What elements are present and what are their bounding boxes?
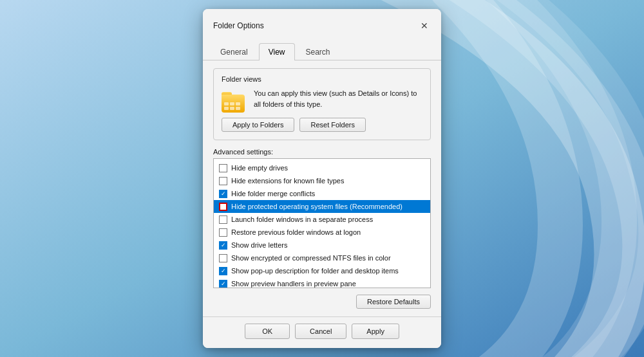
folder-icon [222, 89, 247, 113]
checkbox[interactable]: ✓ [219, 267, 227, 275]
checkbox[interactable] [219, 203, 227, 211]
setting-item[interactable]: Hide protected operating system files (R… [214, 200, 430, 213]
setting-label: Hide protected operating system files (R… [231, 203, 402, 210]
tab-search[interactable]: Search [296, 43, 340, 60]
setting-item[interactable]: ✓Show pop-up description for folder and … [214, 264, 430, 277]
tabs-container: General View Search [203, 37, 441, 60]
setting-item[interactable]: Hide empty drives [214, 161, 430, 174]
setting-label: Show encrypted or compressed NTFS files … [231, 254, 391, 262]
setting-item[interactable]: ✓Show drive letters [214, 239, 430, 252]
setting-item[interactable]: ✓Hide folder merge conflicts [214, 187, 430, 200]
checkbox[interactable] [219, 254, 227, 262]
setting-label: Hide extensions for known file types [231, 177, 344, 185]
restore-row: Restore Defaults [213, 295, 431, 309]
dialog-title: Folder Options [213, 21, 264, 30]
close-button[interactable]: ✕ [415, 17, 433, 35]
setting-item[interactable]: Hide extensions for known file types [214, 174, 430, 187]
reset-folders-button[interactable]: Reset Folders [299, 118, 365, 132]
tab-general[interactable]: General [211, 43, 258, 60]
setting-item[interactable]: ✓Show preview handlers in preview pane [214, 277, 430, 288]
cancel-button[interactable]: Cancel [295, 324, 346, 339]
setting-label: Hide empty drives [231, 164, 288, 172]
checkbox[interactable] [219, 215, 227, 224]
folder-views-row: You can apply this view (such as Details… [222, 88, 422, 113]
folder-views-section: Folder views [213, 68, 431, 140]
advanced-settings-label: Advanced settings: [213, 148, 431, 156]
advanced-settings-container: Hide empty drivesHide extensions for kno… [213, 158, 431, 288]
setting-label: Hide folder merge conflicts [231, 190, 315, 197]
checkbox[interactable]: ✓ [219, 280, 227, 288]
dialog-content: Folder views [203, 60, 441, 316]
checkbox[interactable] [219, 164, 227, 172]
setting-item[interactable]: Launch folder windows in a separate proc… [214, 213, 430, 226]
apply-button[interactable]: Apply [352, 324, 399, 339]
setting-label: Restore previous folder windows at logon [231, 228, 361, 236]
folder-views-description: You can apply this view (such as Details… [254, 88, 422, 109]
folder-options-dialog: Folder Options ✕ General View Search Fol… [203, 9, 441, 348]
setting-label: Launch folder windows in a separate proc… [231, 215, 373, 223]
checkbox[interactable]: ✓ [219, 190, 227, 198]
setting-item[interactable]: Restore previous folder windows at logon [214, 226, 430, 239]
ok-button[interactable]: OK [245, 324, 290, 339]
folder-views-label: Folder views [222, 75, 422, 83]
folder-views-buttons: Apply to Folders Reset Folders [222, 118, 422, 132]
apply-to-folders-button[interactable]: Apply to Folders [222, 118, 294, 132]
setting-label: Show preview handlers in preview pane [231, 280, 356, 288]
tab-view[interactable]: View [259, 43, 295, 60]
setting-label: Show pop-up description for folder and d… [231, 267, 399, 275]
checkbox[interactable]: ✓ [219, 241, 227, 250]
restore-defaults-button[interactable]: Restore Defaults [356, 295, 431, 309]
settings-list: Hide empty drivesHide extensions for kno… [214, 159, 430, 288]
setting-label: Show drive letters [231, 241, 287, 249]
title-bar: Folder Options ✕ [203, 9, 441, 35]
checkbox[interactable] [219, 228, 227, 237]
setting-item[interactable]: Show encrypted or compressed NTFS files … [214, 252, 430, 264]
checkbox[interactable] [219, 177, 227, 185]
dialog-footer: OK Cancel Apply [203, 316, 441, 348]
